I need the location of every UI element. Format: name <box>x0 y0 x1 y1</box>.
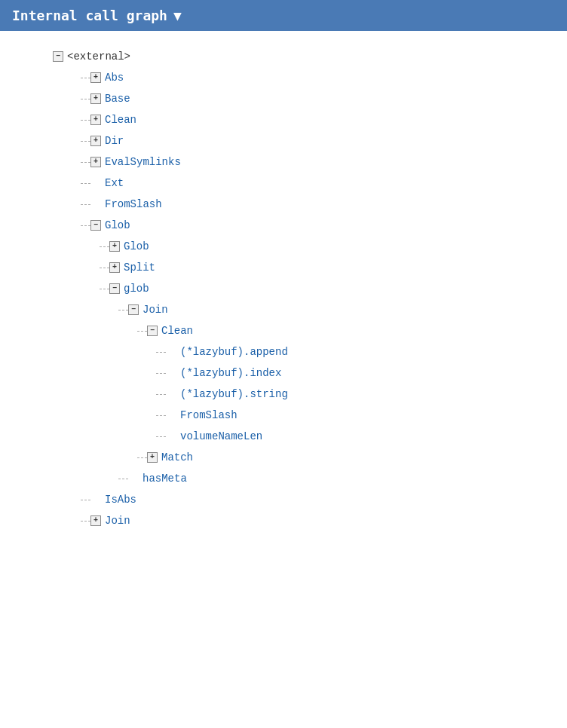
node-label-lazybuf-string[interactable]: (*lazybuf).string <box>180 384 288 405</box>
tree-row-isabs: IsAbs <box>53 489 567 510</box>
node-label-fromslash-l5[interactable]: FromSlash <box>180 405 238 426</box>
expand-abs[interactable]: + <box>90 72 101 83</box>
tree-row-fromslash-l5: FromSlash <box>53 405 567 426</box>
tree-row-glob-pkg: − glob <box>53 278 567 299</box>
header: Internal call graph ▼ <box>0 0 567 31</box>
tree-row-glob-l1: − Glob <box>53 215 567 236</box>
tree-row-base: + Base <box>53 88 567 109</box>
tree-row-join-l1: + Join <box>53 510 567 531</box>
node-label-external[interactable]: <external> <box>67 46 130 67</box>
tree-row-ext: Ext <box>53 173 567 194</box>
node-label-dir[interactable]: Dir <box>105 130 124 151</box>
expand-clean-l1[interactable]: + <box>90 115 101 125</box>
tree-row-lazybuf-append: (*lazybuf).append <box>53 341 567 362</box>
tree-row-clean-l4: − Clean <box>53 320 567 341</box>
header-title: Internal call graph <box>12 8 167 23</box>
expand-join-l1[interactable]: + <box>90 515 101 526</box>
tree-row-evalsymlinks: + EvalSymlinks <box>53 151 567 173</box>
node-label-isabs[interactable]: IsAbs <box>105 489 136 510</box>
node-label-lazybuf-index[interactable]: (*lazybuf).index <box>180 362 281 384</box>
expand-split[interactable]: + <box>109 262 120 273</box>
expand-glob-l2[interactable]: + <box>109 241 120 252</box>
tree-row-clean-l1: + Clean <box>53 109 567 130</box>
expand-match[interactable]: + <box>147 452 158 463</box>
expand-join-l3[interactable]: − <box>128 304 139 315</box>
expand-glob-l1[interactable]: − <box>90 220 101 231</box>
expand-base[interactable]: + <box>90 93 101 104</box>
node-label-base[interactable]: Base <box>105 88 130 109</box>
tree-row-volumenamelen: volumeNameLen <box>53 426 567 447</box>
node-label-clean-l1[interactable]: Clean <box>105 109 136 130</box>
node-label-lazybuf-append[interactable]: (*lazybuf).append <box>180 341 288 362</box>
tree-row-external: − <external> <box>53 46 567 67</box>
tree-row-fromslash-l1: FromSlash <box>53 194 567 215</box>
node-label-glob-l1[interactable]: Glob <box>105 215 130 236</box>
node-label-join-l1[interactable]: Join <box>105 510 130 531</box>
node-label-split[interactable]: Split <box>124 257 155 278</box>
node-label-ext[interactable]: Ext <box>105 173 124 194</box>
expand-dir[interactable]: + <box>90 136 101 146</box>
node-label-match[interactable]: Match <box>161 447 193 468</box>
expand-glob-pkg[interactable]: − <box>109 283 120 294</box>
node-label-fromslash-l1[interactable]: FromSlash <box>105 194 162 215</box>
node-label-glob-l2[interactable]: Glob <box>124 236 149 257</box>
tree-row-dir: + Dir <box>53 130 567 151</box>
tree-row-hasmeta: hasMeta <box>53 468 567 489</box>
expand-clean-l4[interactable]: − <box>147 326 158 336</box>
header-triangle[interactable]: ▼ <box>173 8 182 23</box>
tree-row-glob-l2: + Glob <box>53 236 567 257</box>
tree-row-join-l3: − Join <box>53 299 567 320</box>
node-label-glob-pkg[interactable]: glob <box>124 278 149 299</box>
call-graph-tree: − <external> + Abs + Base + Clean + Dir … <box>0 31 567 546</box>
node-label-join-l3[interactable]: Join <box>143 299 168 320</box>
node-label-clean-l4[interactable]: Clean <box>161 320 193 341</box>
node-label-volumenamelen[interactable]: volumeNameLen <box>180 426 262 447</box>
tree-row-match: + Match <box>53 447 567 468</box>
node-label-hasmeta[interactable]: hasMeta <box>143 468 187 489</box>
node-label-abs[interactable]: Abs <box>105 67 124 88</box>
tree-row-lazybuf-string: (*lazybuf).string <box>53 384 567 405</box>
expand-evalsymlinks[interactable]: + <box>90 157 101 167</box>
tree-row-split: + Split <box>53 257 567 278</box>
tree-row-abs: + Abs <box>53 67 567 88</box>
tree-row-lazybuf-index: (*lazybuf).index <box>53 362 567 384</box>
expand-external[interactable]: − <box>53 51 63 62</box>
node-label-evalsymlinks[interactable]: EvalSymlinks <box>105 151 181 173</box>
